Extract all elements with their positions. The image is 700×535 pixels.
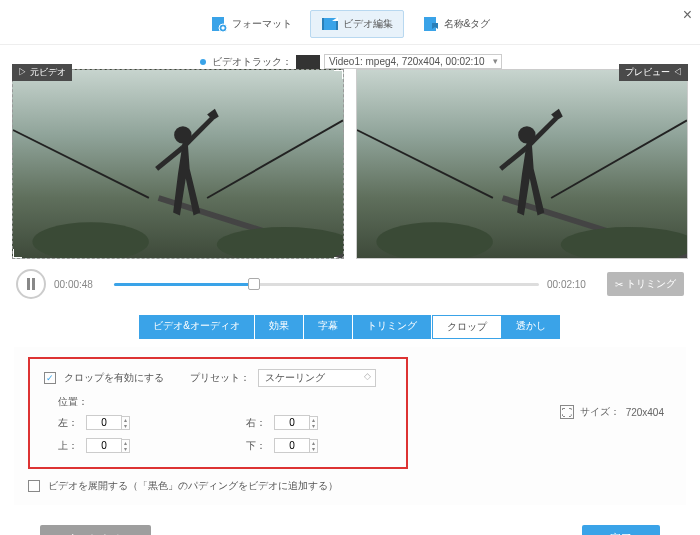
close-icon[interactable]: ×	[683, 6, 692, 24]
preset-label: プリセット：	[190, 371, 250, 385]
subtab-effect[interactable]: 効果	[255, 315, 304, 339]
tab-nametag-label: 名称&タグ	[444, 17, 491, 31]
film-icon	[321, 15, 339, 33]
current-time: 00:00:48	[54, 279, 106, 290]
top-label: 上：	[58, 439, 86, 453]
left-label: 左：	[58, 416, 86, 430]
top-tabs: フォーマット ビデオ編集 名称&タグ	[0, 0, 700, 45]
video-frame-icon	[357, 70, 687, 258]
tab-video-edit[interactable]: ビデオ編集	[310, 10, 404, 38]
expand-video-checkbox[interactable]	[28, 480, 40, 492]
subtab-trim[interactable]: トリミング	[353, 315, 432, 339]
enable-crop-label: クロップを有効にする	[64, 371, 164, 385]
video-frame-icon	[13, 70, 343, 258]
right-input[interactable]: ▴▾	[274, 415, 334, 430]
subtab-subtitle[interactable]: 字幕	[304, 315, 353, 339]
svg-rect-23	[32, 278, 35, 290]
svg-line-14	[357, 130, 493, 198]
svg-line-15	[551, 120, 687, 198]
svg-line-7	[207, 120, 343, 198]
preset-select[interactable]: スケーリング	[258, 369, 376, 387]
tab-format-label: フォーマット	[232, 17, 292, 31]
format-icon	[210, 15, 228, 33]
cancel-button[interactable]: キャンセル	[40, 525, 151, 535]
expand-video-label: ビデオを展開する（「黒色」のパディングをビデオに追加する）	[48, 479, 338, 493]
svg-rect-3	[322, 18, 324, 30]
result-preview[interactable]	[356, 69, 688, 259]
original-badge: ▷ 元ビデオ	[12, 64, 72, 81]
footer: キャンセル 完了	[0, 511, 700, 535]
original-preview[interactable]	[12, 69, 344, 259]
tab-format[interactable]: フォーマット	[200, 10, 302, 38]
done-button[interactable]: 完了	[582, 525, 660, 535]
svg-point-21	[561, 227, 687, 258]
highlighted-crop-area: ✓ クロップを有効にする プリセット： スケーリング 位置： 左： ▴▾ 右： …	[28, 357, 408, 469]
svg-line-11	[157, 148, 183, 169]
bottom-input[interactable]: ▴▾	[274, 438, 334, 453]
size-label: サイズ：	[580, 405, 620, 419]
tab-name-tag[interactable]: 名称&タグ	[412, 10, 501, 38]
scissors-icon: ✂	[615, 279, 623, 290]
tag-icon	[422, 15, 440, 33]
subtab-watermark[interactable]: 透かし	[502, 315, 561, 339]
svg-line-6	[13, 130, 149, 198]
svg-point-13	[217, 227, 343, 258]
total-time: 00:02:10	[547, 279, 599, 290]
svg-point-20	[376, 222, 492, 258]
svg-point-12	[32, 222, 148, 258]
sub-tabs: ビデオ&オーディオ 効果 字幕 トリミング クロップ 透かし	[0, 309, 700, 341]
right-label: 右：	[246, 416, 274, 430]
seek-slider[interactable]	[114, 277, 539, 291]
crop-panel: ✓ クロップを有効にする プリセット： スケーリング 位置： 左： ▴▾ 右： …	[14, 347, 686, 505]
svg-rect-22	[27, 278, 30, 290]
player-controls: 00:00:48 00:02:10 ✂トリミング	[0, 263, 700, 309]
left-input[interactable]: ▴▾	[86, 415, 146, 430]
bottom-label: 下：	[246, 439, 274, 453]
subtab-crop[interactable]: クロップ	[432, 315, 502, 339]
dimensions-icon: ⛶	[560, 405, 574, 419]
enable-crop-checkbox[interactable]: ✓	[44, 372, 56, 384]
pause-button[interactable]	[16, 269, 46, 299]
subtab-video-audio[interactable]: ビデオ&オーディオ	[139, 315, 255, 339]
top-input[interactable]: ▴▾	[86, 438, 146, 453]
svg-line-19	[501, 148, 527, 169]
preview-badge: プレビュー ◁	[619, 64, 688, 81]
size-value: 720x404	[626, 407, 664, 418]
tab-edit-label: ビデオ編集	[343, 17, 393, 31]
size-info: ⛶ サイズ： 720x404	[560, 405, 664, 419]
position-label: 位置：	[58, 395, 392, 409]
trim-button[interactable]: ✂トリミング	[607, 272, 684, 296]
